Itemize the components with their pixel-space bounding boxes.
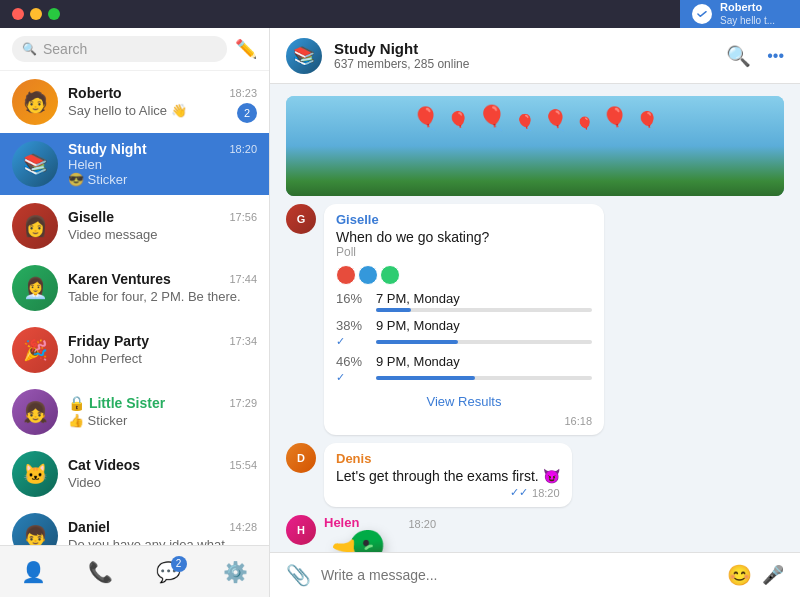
avatar-friday: 🎉 bbox=[12, 327, 58, 373]
chat-item-study-night[interactable]: 📚 Study Night 18:20 Helen 😎 Sticker bbox=[0, 133, 269, 195]
chat-name-roberto: Roberto bbox=[68, 85, 122, 101]
avatar-daniel: 👦 bbox=[12, 513, 58, 545]
emoji-button[interactable]: 😊 bbox=[727, 563, 752, 587]
search-box[interactable]: 🔍 Search bbox=[12, 36, 227, 62]
chats-icon[interactable]: 💬 2 bbox=[156, 560, 181, 584]
chat-header-actions: 🔍 ••• bbox=[726, 44, 784, 68]
poll-time: 16:18 bbox=[564, 415, 592, 427]
message-input[interactable] bbox=[321, 567, 717, 583]
poll-sender: Giselle bbox=[336, 212, 592, 227]
chat-preview-daniel: Do you have any idea what bbox=[68, 537, 225, 545]
denis-text: Let's get through the exams first. 😈 bbox=[336, 468, 560, 484]
app-container: 🔍 Search ✏️ 🧑 Roberto 18:23 Say hello to… bbox=[0, 28, 800, 597]
chat-name-study-night: Study Night bbox=[68, 141, 147, 157]
chat-item-daniel[interactable]: 👦 Daniel 14:28 Do you have any idea what bbox=[0, 505, 269, 545]
poll-option-label-3: 9 PM, Monday bbox=[376, 354, 460, 369]
poll-check-2: ✓ bbox=[336, 335, 345, 348]
avatar-giselle-msg: G bbox=[286, 204, 316, 234]
denis-check: ✓✓ bbox=[510, 486, 528, 499]
avatar-denis: D bbox=[286, 443, 316, 473]
chat-time-karen: 17:44 bbox=[229, 273, 257, 285]
chat-item-friday[interactable]: 🎉 Friday Party 17:34 John Perfect bbox=[0, 319, 269, 381]
chat-name-karen: Karen Ventures bbox=[68, 271, 171, 287]
traffic-lights bbox=[12, 8, 60, 20]
poll-bar-fill-1 bbox=[376, 308, 411, 312]
close-button[interactable] bbox=[12, 8, 24, 20]
chat-banner-image: 🎈 🎈 🎈 🎈 🎈 🎈 🎈 🎈 bbox=[286, 96, 784, 196]
avatar-giselle: 👩 bbox=[12, 203, 58, 249]
denis-time: 18:20 bbox=[532, 487, 560, 499]
attach-button[interactable]: 📎 bbox=[286, 563, 311, 587]
microphone-button[interactable]: 🎤 bbox=[762, 564, 784, 586]
poll-check-3: ✓ bbox=[336, 371, 345, 384]
chat-content-sister: 🔒 Little Sister 17:29 👍 Sticker bbox=[68, 395, 257, 429]
chat-preview-giselle: Video message bbox=[68, 227, 157, 242]
chat-header: 📚 Study Night 637 members, 285 online 🔍 … bbox=[270, 28, 800, 84]
input-area: 📎 😊 🎤 bbox=[270, 552, 800, 597]
minimize-button[interactable] bbox=[30, 8, 42, 20]
chat-name-friday: Friday Party bbox=[68, 333, 149, 349]
chat-item-sister[interactable]: 👧 🔒 Little Sister 17:29 👍 Sticker bbox=[0, 381, 269, 443]
poll-bar-track-3 bbox=[376, 376, 592, 380]
calls-icon[interactable]: 📞 bbox=[88, 560, 113, 584]
search-icon: 🔍 bbox=[22, 42, 37, 56]
message-denis: D Denis Let's get through the exams firs… bbox=[286, 443, 784, 507]
avatar-karen: 👩‍💼 bbox=[12, 265, 58, 311]
avatar-roberto: 🧑 bbox=[12, 79, 58, 125]
search-input[interactable]: Search bbox=[43, 41, 87, 57]
message-giselle-poll: G Giselle When do we go skating? Poll 16… bbox=[286, 204, 784, 435]
message-helen: H Helen 18:20 🦆 bbox=[286, 515, 784, 552]
search-chat-button[interactable]: 🔍 bbox=[726, 44, 751, 68]
chat-item-roberto[interactable]: 🧑 Roberto 18:23 Say hello to Alice 👋 2 bbox=[0, 71, 269, 133]
chat-time-friday: 17:34 bbox=[229, 335, 257, 347]
helen-time: 18:20 bbox=[408, 518, 436, 530]
chat-content-daniel: Daniel 14:28 Do you have any idea what bbox=[68, 519, 257, 545]
chat-item-karen[interactable]: 👩‍💼 Karen Ventures 17:44 Table for four,… bbox=[0, 257, 269, 319]
view-results-button[interactable]: View Results bbox=[336, 390, 592, 413]
contacts-icon[interactable]: 👤 bbox=[21, 560, 46, 584]
poll-question: When do we go skating? bbox=[336, 229, 592, 245]
maximize-button[interactable] bbox=[48, 8, 60, 20]
poll-option-2[interactable]: 38% 9 PM, Monday ✓ bbox=[336, 318, 592, 348]
helen-sticker-container: Helen 18:20 🦆 bbox=[324, 515, 436, 552]
poll-option-1[interactable]: 16% 7 PM, Monday bbox=[336, 291, 592, 312]
poll-bar-fill-2 bbox=[376, 340, 458, 344]
chat-item-giselle[interactable]: 👩 Giselle 17:56 Video message bbox=[0, 195, 269, 257]
chat-content-karen: Karen Ventures 17:44 Table for four, 2 P… bbox=[68, 271, 257, 305]
chat-area: 📚 Study Night 637 members, 285 online 🔍 … bbox=[270, 28, 800, 597]
participant-3 bbox=[380, 265, 400, 285]
avatar-cat: 🐱 bbox=[12, 451, 58, 497]
chat-preview-study-msg: 😎 Sticker bbox=[68, 172, 257, 187]
more-options-button[interactable]: ••• bbox=[767, 47, 784, 65]
denis-sender: Denis bbox=[336, 451, 560, 466]
chat-header-avatar: 📚 bbox=[286, 38, 322, 74]
compose-button[interactable]: ✏️ bbox=[235, 38, 257, 60]
avatar-helen: H bbox=[286, 515, 316, 545]
titlebar: Roberto Say hello t... bbox=[0, 0, 800, 28]
chat-content-friday: Friday Party 17:34 John Perfect bbox=[68, 333, 257, 367]
settings-icon[interactable]: ⚙️ bbox=[223, 560, 248, 584]
chat-content-cat: Cat Videos 15:54 Video bbox=[68, 457, 257, 491]
chat-time-cat: 15:54 bbox=[229, 459, 257, 471]
poll-option-3[interactable]: 46% 9 PM, Monday ✓ bbox=[336, 354, 592, 384]
poll-bar-track-1 bbox=[376, 308, 592, 312]
chat-name-cat: Cat Videos bbox=[68, 457, 140, 473]
sidebar-header: 🔍 Search ✏️ bbox=[0, 28, 269, 71]
poll-option-label-1: 7 PM, Monday bbox=[376, 291, 460, 306]
chat-header-name: Study Night bbox=[334, 40, 714, 57]
chat-content-roberto: Roberto 18:23 Say hello to Alice 👋 bbox=[68, 85, 257, 119]
chat-preview-cat: Video bbox=[68, 475, 101, 490]
denis-bubble: Denis Let's get through the exams first.… bbox=[324, 443, 572, 507]
poll-pct-1: 16% bbox=[336, 291, 368, 306]
poll-bar-fill-3 bbox=[376, 376, 475, 380]
chat-name-daniel: Daniel bbox=[68, 519, 110, 535]
chat-preview-karen: Table for four, 2 PM. Be there. bbox=[68, 289, 241, 304]
chat-header-info: Study Night 637 members, 285 online bbox=[334, 40, 714, 71]
badge-roberto: 2 bbox=[237, 103, 257, 123]
chat-preview-sister: 👍 Sticker bbox=[68, 413, 127, 428]
participant-2 bbox=[358, 265, 378, 285]
chat-content-giselle: Giselle 17:56 Video message bbox=[68, 209, 257, 243]
chat-time-study-night: 18:20 bbox=[229, 143, 257, 155]
chat-item-cat[interactable]: 🐱 Cat Videos 15:54 Video bbox=[0, 443, 269, 505]
chats-badge: 2 bbox=[171, 556, 187, 572]
